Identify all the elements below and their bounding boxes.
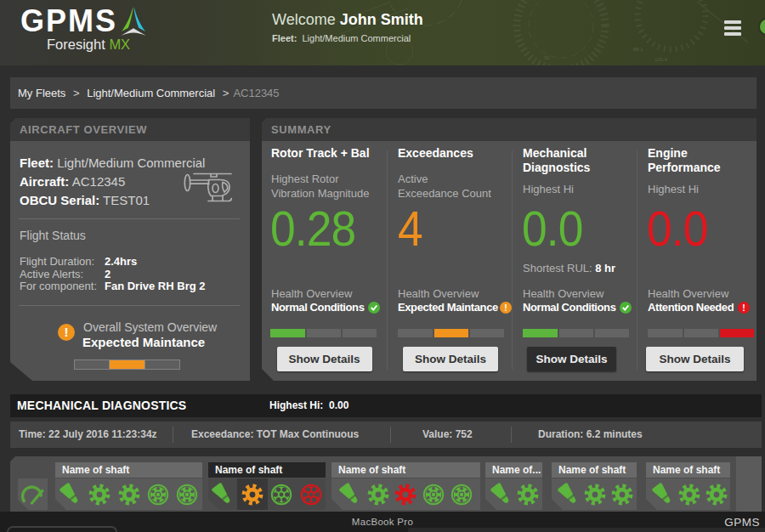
svg-text:88.1: 88.1 (633, 47, 643, 52)
svg-text:120.4: 120.4 (654, 57, 668, 62)
svg-text:31: 31 (544, 55, 550, 60)
